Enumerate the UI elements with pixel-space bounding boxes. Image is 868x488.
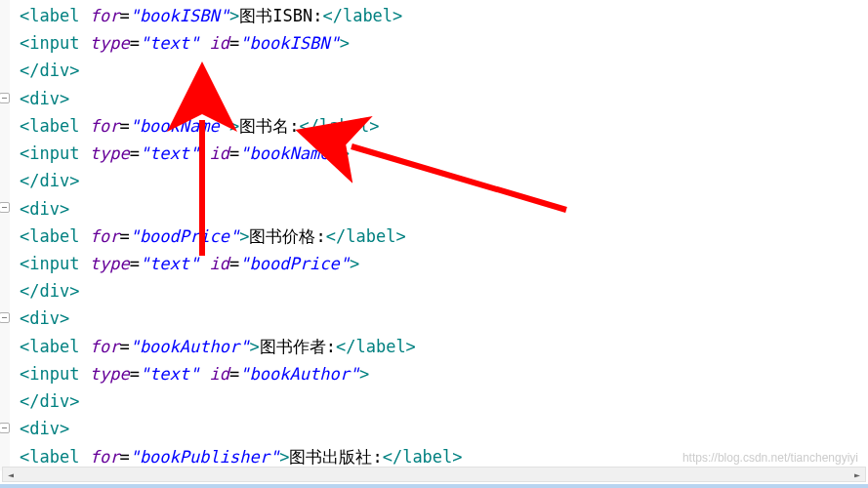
token-attr-val: "text"	[140, 364, 199, 384]
code-line[interactable]: <div>	[0, 415, 868, 442]
token-tag: </div>	[20, 281, 79, 301]
token-eq: =	[229, 254, 239, 273]
token-tag: <label	[20, 337, 79, 356]
token-eq	[79, 254, 89, 273]
code-line[interactable]: <label for="bookAuthor">图书作者:</label>	[0, 333, 868, 360]
token-tag: <div>	[20, 419, 69, 438]
token-txt: 图书价格:	[249, 226, 325, 246]
code-line[interactable]: <input type="text" id="boodPrice">	[0, 250, 868, 277]
token-tag: <label	[20, 6, 79, 25]
token-eq: =	[119, 226, 129, 246]
token-tag: >	[359, 364, 369, 384]
token-attr-val: "bookISBN"	[239, 33, 339, 53]
token-attr-val: "boodPrice"	[130, 226, 240, 246]
token-tag: <label	[20, 116, 79, 136]
fold-toggle-icon[interactable]	[0, 312, 10, 323]
token-eq: =	[229, 364, 239, 384]
token-tag: </label>	[336, 337, 416, 356]
fold-toggle-icon[interactable]	[0, 202, 10, 213]
token-eq: =	[130, 143, 140, 163]
token-eq	[79, 226, 89, 246]
token-attr-val: "bookPublisher"	[130, 447, 280, 467]
token-attr-name: type	[90, 364, 130, 384]
token-eq: =	[229, 143, 239, 163]
token-eq: =	[119, 447, 129, 467]
token-eq	[79, 447, 89, 467]
token-attr-val: "bookISBN"	[130, 6, 229, 25]
token-tag: <input	[20, 33, 79, 53]
code-line[interactable]: <div>	[0, 195, 868, 223]
fold-gutter	[0, 0, 10, 470]
token-attr-name: type	[90, 33, 130, 53]
token-attr-name: for	[90, 6, 120, 25]
token-eq	[199, 254, 209, 273]
token-tag: </div>	[20, 61, 79, 80]
token-eq	[79, 364, 89, 384]
token-eq	[79, 33, 89, 53]
token-attr-val: "bookAuthor"	[239, 364, 359, 384]
code-line[interactable]: </div>	[0, 57, 868, 84]
token-tag: >	[229, 116, 239, 136]
token-tag: <div>	[20, 199, 69, 219]
token-eq: =	[119, 116, 129, 136]
token-attr-val: "bookName"	[239, 143, 339, 163]
token-eq	[199, 143, 209, 163]
token-txt: 图书ISBN:	[239, 6, 322, 25]
token-eq	[199, 364, 209, 384]
token-attr-val: "bookName"	[130, 116, 229, 136]
code-line[interactable]: <input type="text" id="bookAuthor">	[0, 360, 868, 387]
scroll-right-icon[interactable]: ►	[849, 467, 865, 482]
token-tag: </label>	[383, 447, 463, 467]
token-tag: </label>	[326, 226, 406, 246]
token-tag: <input	[20, 143, 79, 163]
token-tag: >	[340, 143, 350, 163]
code-line[interactable]: <div>	[0, 85, 868, 112]
horizontal-scrollbar[interactable]: ◄ ►	[2, 467, 866, 482]
fold-toggle-icon[interactable]	[0, 423, 10, 433]
token-txt: 图书名:	[239, 116, 299, 136]
token-attr-val: "text"	[140, 143, 199, 163]
token-eq: =	[119, 337, 129, 356]
token-attr-name: for	[90, 337, 120, 356]
token-tag: <label	[20, 447, 79, 467]
token-attr-name: for	[90, 226, 120, 246]
code-line[interactable]: <input type="text" id="bookISBN">	[0, 29, 868, 57]
code-line[interactable]: <label for="bookName">图书名:</label>	[0, 112, 868, 140]
token-attr-val: "text"	[140, 254, 199, 273]
token-tag: </label>	[300, 116, 380, 136]
code-line[interactable]: </div>	[0, 387, 868, 415]
token-attr-name: for	[90, 447, 120, 467]
token-tag: <input	[20, 254, 79, 273]
token-eq: =	[130, 364, 140, 384]
token-tag: >	[350, 254, 359, 273]
token-eq: =	[229, 33, 239, 53]
code-line[interactable]: <div>	[0, 305, 868, 332]
token-txt: 图书作者:	[260, 337, 336, 356]
token-tag: >	[279, 447, 289, 467]
code-line[interactable]: </div>	[0, 277, 868, 305]
token-attr-name: id	[210, 33, 229, 53]
token-txt: 图书出版社:	[289, 447, 382, 467]
token-tag: <label	[20, 226, 79, 246]
token-tag: >	[239, 226, 249, 246]
scroll-left-icon[interactable]: ◄	[3, 467, 19, 482]
token-eq	[79, 337, 89, 356]
token-eq	[79, 116, 89, 136]
token-attr-val: "boodPrice"	[239, 254, 350, 273]
token-eq: =	[130, 254, 140, 273]
code-line[interactable]: <label for="boodPrice">图书价格:</label>	[0, 223, 868, 250]
token-tag: >	[229, 6, 239, 25]
token-tag: <div>	[20, 89, 69, 108]
token-attr-name: id	[210, 254, 229, 273]
token-tag: <input	[20, 364, 79, 384]
fold-toggle-icon[interactable]	[0, 93, 10, 103]
token-tag: >	[249, 337, 259, 356]
token-attr-name: id	[210, 364, 229, 384]
code-line[interactable]: </div>	[0, 167, 868, 194]
code-line[interactable]: <input type="text" id="bookName">	[0, 140, 868, 167]
code-line[interactable]: <label for="bookISBN">图书ISBN:</label>	[0, 2, 868, 29]
code-editor-area[interactable]: <label for="bookISBN">图书ISBN:</label><in…	[0, 0, 868, 470]
token-tag: </div>	[20, 171, 79, 190]
token-tag: </label>	[322, 6, 402, 25]
token-eq	[79, 143, 89, 163]
